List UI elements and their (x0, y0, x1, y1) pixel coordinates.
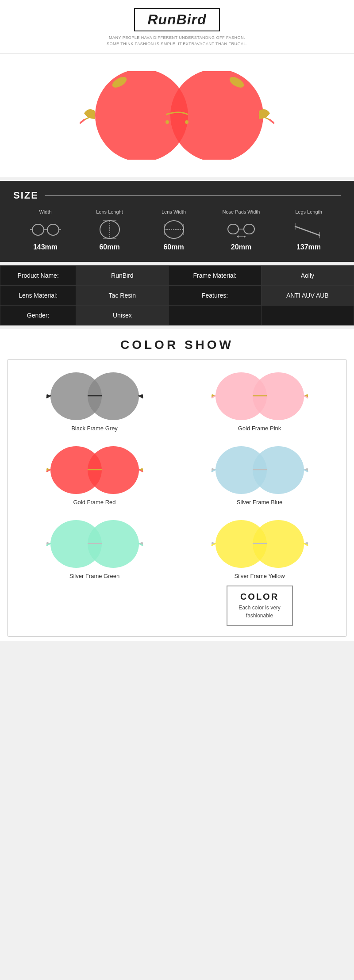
size-label-legs: Legs Length (295, 209, 322, 214)
svg-point-7 (165, 120, 169, 124)
size-item-legs: Legs Length 137mm (293, 209, 324, 251)
color-item-silver-green: Silver Frame Green (12, 512, 177, 632)
color-info-box: COLOR Each color is very fashionable (227, 586, 293, 626)
specs-value-features: ANTI AUV AUB (261, 286, 354, 306)
size-icon-width (30, 220, 61, 240)
glasses-svg-silver-yellow (211, 520, 308, 568)
color-item-gold-red: Gold Frame Red (12, 438, 177, 512)
glasses-svg-silver-green (46, 520, 143, 568)
size-divider (45, 195, 341, 196)
color-label-gold-pink: Gold Frame Pink (238, 425, 281, 432)
svg-rect-10 (32, 224, 44, 235)
size-icon-nose (226, 220, 257, 240)
size-header: SIZE (13, 190, 341, 201)
specs-label-frame: Frame Material: (169, 266, 261, 286)
svg-point-1 (170, 71, 263, 160)
color-label-gold-red: Gold Frame Red (73, 499, 115, 505)
color-item-gold-pink: Gold Frame Pink (177, 364, 342, 438)
size-icon-legs (293, 220, 324, 240)
svg-marker-28 (244, 235, 246, 238)
glasses-svg-silver-blue (211, 446, 308, 494)
specs-row-2: Lens Material: Tac Resin Features: ANTI … (0, 286, 354, 306)
specs-value-frame: Aolly (261, 266, 354, 286)
svg-rect-24 (244, 224, 254, 234)
size-value-nose: 20mm (231, 243, 251, 251)
size-icon-lens-length (94, 220, 125, 240)
svg-line-29 (295, 226, 319, 235)
size-value-width: 143mm (33, 243, 58, 251)
size-section: SIZE Width 143mm Lens Lenght 60 (0, 181, 354, 262)
color-label-silver-yellow: Silver Frame Yellow (234, 573, 285, 579)
specs-empty-1 (169, 306, 261, 325)
specs-label-lens: Lens Material: (0, 286, 76, 306)
tagline: MANY PEOPLE HAVA DIFFERENT UNDERSTANDNG … (9, 35, 345, 47)
size-label-lens-width: Lens Width (162, 209, 186, 214)
size-icon-lens-width (158, 220, 189, 240)
svg-marker-27 (237, 235, 239, 238)
specs-value-lens: Tac Resin (76, 286, 169, 306)
color-grid: Black Frame Grey Gold Frame Pink (12, 364, 342, 632)
color-grid-container: Black Frame Grey Gold Frame Pink (7, 359, 347, 637)
color-item-silver-blue: Silver Frame Blue (177, 438, 342, 512)
size-item-width: Width 143mm (30, 209, 61, 251)
hero-section (0, 54, 354, 177)
specs-label-product: Product Name: (0, 266, 76, 286)
glasses-svg-gold-red (46, 446, 143, 494)
size-label-width: Width (39, 209, 51, 214)
specs-label-features: Features: (169, 286, 261, 306)
color-label-silver-blue: Silver Frame Blue (237, 499, 282, 505)
size-value-legs: 137mm (296, 243, 321, 251)
color-info-text: Each color is very fashionable (235, 604, 285, 620)
color-label-silver-green: Silver Frame Green (69, 573, 119, 579)
specs-value-gender: Unisex (76, 306, 169, 325)
size-items: Width 143mm Lens Lenght 60mm Lens Wid (13, 209, 341, 251)
color-item-silver-yellow-container: Silver Frame Yellow COLOR Each color is … (177, 512, 342, 632)
size-value-lens-length: 60mm (99, 243, 119, 251)
brand-name: RunBird (147, 11, 206, 28)
color-label-black-grey: Black Frame Grey (71, 425, 118, 432)
glasses-svg-black-grey (46, 372, 143, 421)
specs-row-3: Gender: Unisex (0, 306, 354, 325)
specs-value-product: RunBird (76, 266, 169, 286)
svg-line-8 (80, 120, 84, 123)
size-title: SIZE (13, 190, 38, 201)
svg-line-9 (270, 120, 274, 123)
size-label-nose: Nose Pads Width (223, 209, 260, 214)
brand-box: RunBird (134, 8, 219, 31)
color-info-title: COLOR (235, 592, 285, 602)
color-show-title: COLOR SHOW (0, 338, 354, 352)
color-item-black-grey: Black Frame Grey (12, 364, 177, 438)
size-label-lens-length: Lens Lenght (96, 209, 123, 214)
svg-point-6 (185, 120, 189, 124)
size-item-lens-length: Lens Lenght 60mm (94, 209, 125, 251)
size-item-lens-width: Lens Width 60mm (158, 209, 189, 251)
specs-table: Product Name: RunBird Frame Material: Ao… (0, 265, 354, 325)
specs-label-gender: Gender: (0, 306, 76, 325)
specs-row-1: Product Name: RunBird Frame Material: Ao… (0, 266, 354, 286)
specs-section: Product Name: RunBird Frame Material: Ao… (0, 265, 354, 325)
size-value-lens-width: 60mm (163, 243, 184, 251)
size-item-nose: Nose Pads Width 20mm (223, 209, 260, 251)
svg-rect-11 (47, 224, 59, 235)
color-show-section: COLOR SHOW Black Frame Grey (0, 329, 354, 641)
hero-glasses (80, 71, 274, 160)
header: RunBird MANY PEOPLE HAVA DIFFERENT UNDER… (0, 0, 354, 54)
specs-empty-2 (261, 306, 354, 325)
svg-rect-23 (228, 224, 239, 234)
glasses-svg-gold-pink (211, 372, 308, 421)
